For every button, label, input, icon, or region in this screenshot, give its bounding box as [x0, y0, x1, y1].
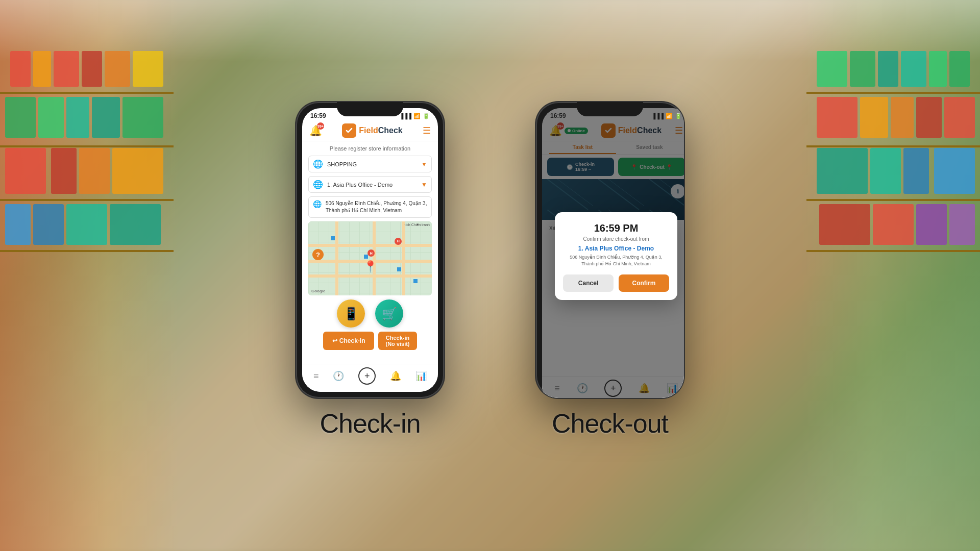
- checkin-bottom-nav: ≡ 🕐 + 🔔 📊: [302, 364, 438, 392]
- checkin-app-header: 🔔 99+ FieldCh: [302, 121, 438, 141]
- nav-chart[interactable]: 📊: [415, 370, 427, 382]
- checkin-action-buttons: ↩ Check-in Check-in(No visit): [308, 332, 432, 350]
- map-marker: [331, 236, 335, 240]
- app-logo: FieldCheck: [342, 123, 402, 138]
- shopping-value: SHOPPING: [327, 161, 421, 167]
- nav-clock[interactable]: 🕐: [333, 370, 344, 382]
- phone-notch-2: [577, 102, 643, 116]
- map-label: tích Chiến tranh: [404, 223, 430, 227]
- checkout-modal: 16:59 PM Confirm store check-out from 1.…: [555, 212, 677, 299]
- nav-add[interactable]: +: [358, 367, 376, 385]
- google-logo: Google: [311, 289, 326, 293]
- notification-icon: 🔔: [390, 370, 401, 382]
- checkout-time: 16:59: [550, 112, 566, 119]
- map-background: [308, 221, 432, 295]
- dropdown-arrow-2: ▼: [421, 181, 427, 188]
- register-prompt: Please register store information: [308, 145, 432, 152]
- modal-buttons: Cancel Confirm: [563, 274, 669, 292]
- checkin-phone-section: 16:59 ▐▐▐ 📶 🔋 🔔 99+: [296, 102, 444, 439]
- checkout-phone-frame: 16:59 ▐▐▐ 📶 🔋 🔔 99+: [536, 102, 684, 398]
- checkin-phone-screen: 16:59 ▐▐▐ 📶 🔋 🔔 99+: [302, 108, 438, 392]
- selfie-button[interactable]: 📱: [337, 299, 365, 328]
- map-road: [373, 221, 376, 295]
- modal-store-name: 1. Asia Plus Office - Demo: [563, 245, 669, 252]
- list-icon: ≡: [313, 371, 319, 382]
- map-road: [335, 221, 338, 295]
- map-road: [308, 244, 432, 247]
- map-road: [308, 274, 432, 278]
- map-marker: [413, 279, 418, 283]
- notification-badge: 99+: [317, 122, 324, 130]
- modal-subtitle: Confirm store check-out from: [563, 236, 669, 242]
- dropdown-arrow-1: ▼: [421, 161, 427, 168]
- hamburger-menu[interactable]: ☰: [423, 125, 431, 136]
- confirm-button[interactable]: Confirm: [619, 274, 669, 292]
- map-area: H H ? tích Chiến tranh: [308, 221, 432, 295]
- checkin-phone-frame: 16:59 ▐▐▐ 📶 🔋 🔔 99+: [296, 102, 444, 398]
- checkin-body: Please register store information 🌐 SHOP…: [302, 141, 438, 371]
- modal-address: 506 Nguyễn Đình Chiểu, Phường 4, Quận 3,…: [563, 254, 669, 267]
- address-row: 🌐 506 Nguyễn Đình Chiểu, Phường 4, Quận …: [308, 196, 432, 218]
- clock-icon: 🕐: [333, 370, 344, 382]
- signal-icon-2: ▐▐▐: [652, 113, 664, 119]
- map-marker: [364, 255, 368, 259]
- checkout-status-icons: ▐▐▐ 📶 🔋: [652, 113, 682, 119]
- map-marker: [397, 267, 401, 271]
- store-dropdown[interactable]: 🌐 1. Asia Plus Office - Demo ▼: [308, 176, 432, 193]
- no-visit-label: Check-in(No visit): [385, 335, 409, 347]
- nav-list[interactable]: ≡: [313, 371, 319, 382]
- checkin-button[interactable]: ↩ Check-in: [323, 332, 374, 350]
- signal-icon: ▐▐▐: [400, 113, 411, 119]
- battery-icon: 🔋: [423, 113, 430, 119]
- main-content: 16:59 ▐▐▐ 📶 🔋 🔔 99+: [0, 0, 980, 551]
- map-road: [402, 221, 405, 295]
- wifi-icon-2: 📶: [666, 113, 673, 119]
- cancel-button[interactable]: Cancel: [563, 274, 614, 292]
- checkin-time: 16:59: [310, 112, 326, 119]
- app-logo-text: FieldCheck: [359, 126, 402, 135]
- store-address: 506 Nguyễn Đình Chiểu, Phường 4, Quận 3,…: [326, 200, 427, 214]
- barcode-icon: 🛒: [382, 307, 397, 321]
- globe-icon-1: 🌐: [313, 159, 323, 169]
- checkin-status-icons: ▐▐▐ 📶 🔋: [400, 113, 430, 119]
- checkout-phone-screen: 16:59 ▐▐▐ 📶 🔋 🔔 99+: [542, 108, 684, 398]
- chart-icon: 📊: [415, 370, 427, 382]
- notification-bell[interactable]: 🔔 99+: [309, 124, 322, 137]
- selfie-icon: 📱: [344, 307, 359, 321]
- checkin-label: Check-in: [320, 408, 420, 439]
- modal-time: 16:59 PM: [563, 222, 669, 234]
- globe-icon-3: 🌐: [313, 200, 322, 208]
- checkin-no-visit-button[interactable]: Check-in(No visit): [378, 332, 416, 350]
- modal-backdrop: 16:59 PM Confirm store check-out from 1.…: [542, 108, 684, 398]
- checkout-label: Check-out: [552, 408, 668, 439]
- map-pin: 📍: [363, 260, 377, 273]
- phones-row: 16:59 ▐▐▐ 📶 🔋 🔔 99+: [296, 102, 684, 439]
- store-value: 1. Asia Plus Office - Demo: [327, 182, 421, 188]
- add-button: +: [358, 367, 376, 385]
- nav-notification[interactable]: 🔔: [390, 370, 401, 382]
- map-question: ?: [312, 249, 324, 260]
- globe-icon-2: 🌐: [313, 180, 323, 189]
- shopping-dropdown[interactable]: 🌐 SHOPPING ▼: [308, 156, 432, 172]
- selfie-row: 📱 🛒: [308, 299, 432, 328]
- logo-icon: [342, 123, 356, 138]
- phone-notch: [337, 102, 403, 116]
- battery-icon-2: 🔋: [675, 113, 682, 119]
- wifi-icon: 📶: [413, 113, 421, 119]
- checkout-phone-section: 16:59 ▐▐▐ 📶 🔋 🔔 99+: [536, 102, 684, 439]
- barcode-button[interactable]: 🛒: [375, 299, 403, 328]
